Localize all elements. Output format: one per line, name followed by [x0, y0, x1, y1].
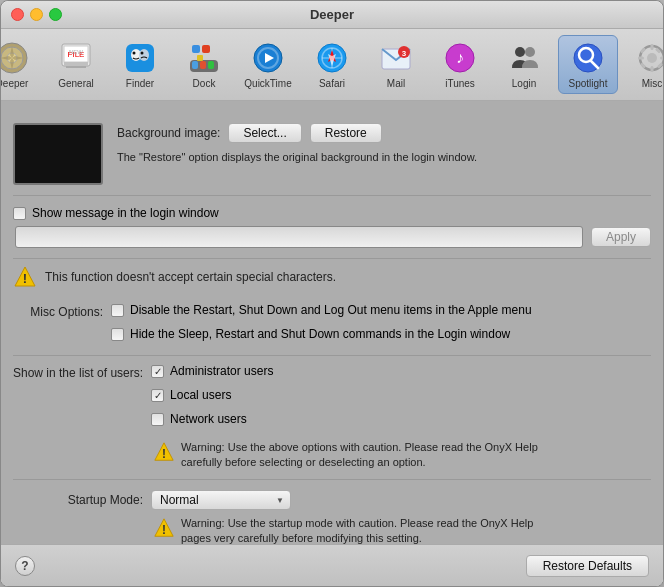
misc-option-1-checkbox[interactable] — [111, 304, 124, 317]
toolbar-misc-label: Misc — [642, 78, 663, 89]
network-users-label: Network users — [170, 412, 247, 426]
svg-rect-6 — [66, 66, 86, 68]
toolbar-dock-label: Dock — [193, 78, 216, 89]
background-preview — [13, 123, 103, 185]
login-icon — [506, 40, 542, 76]
admin-users-label: Administrator users — [170, 364, 273, 378]
svg-text:!: ! — [23, 271, 27, 286]
toolbar-itunes[interactable]: ♪ iTunes — [430, 36, 490, 93]
misc-options-section: Misc Options: Disable the Restart, Shut … — [13, 295, 651, 356]
background-note: The "Restore" option displays the origin… — [117, 151, 477, 163]
list-section: Show in the list of users: Administrator… — [13, 356, 651, 480]
startup-select-wrapper: Normal Safe Verbose Single User — [151, 490, 291, 510]
svg-rect-43 — [651, 66, 654, 72]
local-users-row: Local users — [151, 388, 538, 402]
restore-bg-button[interactable]: Restore — [310, 123, 382, 143]
quicktime-icon — [250, 40, 286, 76]
svg-rect-44 — [638, 57, 644, 60]
background-label: Background image: — [117, 126, 220, 140]
misc-option-1-row: Disable the Restart, Shut Down and Log O… — [111, 303, 532, 317]
svg-text:♪: ♪ — [456, 49, 464, 66]
toolbar-quicktime[interactable]: QuickTime — [238, 36, 298, 93]
warning-icon-1: ! — [13, 265, 37, 289]
message-section: Show message in the login window Apply — [13, 196, 651, 259]
toolbar-misc[interactable]: Misc — [622, 36, 664, 93]
svg-rect-18 — [192, 61, 198, 69]
warning-text-1: This function doesn't accept certain spe… — [45, 270, 336, 284]
network-users-checkbox[interactable] — [151, 413, 164, 426]
toolbar: Deeper FILE NEW General — [1, 29, 663, 101]
svg-text:3: 3 — [402, 49, 407, 58]
svg-point-12 — [133, 52, 136, 55]
toolbar-spotlight-label: Spotlight — [569, 78, 608, 89]
svg-point-13 — [141, 52, 144, 55]
misc-options-list: Disable the Restart, Shut Down and Log O… — [111, 303, 532, 347]
message-input[interactable] — [15, 226, 583, 248]
restore-defaults-button[interactable]: Restore Defaults — [526, 555, 649, 577]
misc-option-2-checkbox[interactable] — [111, 328, 124, 341]
toolbar-itunes-label: iTunes — [445, 78, 475, 89]
select-button[interactable]: Select... — [228, 123, 301, 143]
svg-rect-19 — [200, 61, 206, 69]
maximize-button[interactable] — [49, 8, 62, 21]
misc-option-2-label: Hide the Sleep, Restart and Shut Down co… — [130, 327, 510, 341]
list-section-row: Show in the list of users: Administrator… — [13, 364, 651, 471]
toolbar-safari[interactable]: Safari — [302, 36, 362, 93]
finder-icon — [122, 40, 158, 76]
close-button[interactable] — [11, 8, 24, 21]
toolbar-finder-label: Finder — [126, 78, 154, 89]
startup-warning-icon: ! — [153, 517, 175, 539]
svg-point-35 — [515, 47, 525, 57]
startup-label: Startup Mode: — [13, 493, 143, 507]
startup-row: Startup Mode: Normal Safe Verbose Single… — [13, 490, 651, 510]
toolbar-spotlight[interactable]: Spotlight — [558, 35, 618, 94]
svg-point-11 — [139, 49, 149, 61]
show-message-label: Show message in the login window — [32, 206, 219, 220]
misc-options-row: Misc Options: Disable the Restart, Shut … — [13, 303, 651, 347]
svg-text:!: ! — [162, 522, 166, 536]
show-message-row: Show message in the login window — [13, 206, 651, 220]
startup-mode-select[interactable]: Normal Safe Verbose Single User — [151, 490, 291, 510]
show-message-checkbox[interactable] — [13, 207, 26, 220]
admin-users-row: Administrator users — [151, 364, 538, 378]
background-controls: Background image: Select... Restore The … — [117, 123, 477, 163]
svg-rect-15 — [192, 45, 200, 53]
toolbar-login[interactable]: Login — [494, 36, 554, 93]
svg-rect-17 — [197, 55, 203, 61]
safari-icon — [314, 40, 350, 76]
general-icon: FILE NEW — [58, 40, 94, 76]
svg-rect-5 — [64, 62, 88, 66]
window-title: Deeper — [310, 7, 354, 22]
bottom-bar: ? Restore Defaults — [1, 544, 663, 586]
local-users-label: Local users — [170, 388, 231, 402]
itunes-icon: ♪ — [442, 40, 478, 76]
startup-section: Startup Mode: Normal Safe Verbose Single… — [13, 480, 651, 544]
toolbar-general[interactable]: FILE NEW General — [46, 36, 106, 93]
toolbar-general-label: General — [58, 78, 94, 89]
startup-warning-text: Warning: Use the startup mode with cauti… — [181, 516, 533, 544]
misc-icon — [634, 40, 664, 76]
network-users-row: Network users — [151, 412, 538, 426]
toolbar-quicktime-label: QuickTime — [244, 78, 291, 89]
traffic-lights — [11, 8, 62, 21]
toolbar-deeper[interactable]: Deeper — [0, 36, 42, 93]
toolbar-login-label: Login — [512, 78, 536, 89]
apply-button[interactable]: Apply — [591, 227, 651, 247]
toolbar-safari-label: Safari — [319, 78, 345, 89]
app-window: Deeper Deeper — [0, 0, 664, 587]
background-row: Background image: Select... Restore — [117, 123, 477, 143]
warning-row-1: ! This function doesn't accept certain s… — [13, 259, 651, 295]
toolbar-mail[interactable]: 3 Mail — [366, 36, 426, 93]
misc-option-2-row: Hide the Sleep, Restart and Shut Down co… — [111, 327, 532, 341]
admin-users-checkbox[interactable] — [151, 365, 164, 378]
toolbar-finder[interactable]: Finder — [110, 36, 170, 93]
minimize-button[interactable] — [30, 8, 43, 21]
toolbar-deeper-label: Deeper — [0, 78, 28, 89]
toolbar-dock[interactable]: Dock — [174, 36, 234, 93]
mail-icon: 3 — [378, 40, 414, 76]
svg-text:!: ! — [162, 447, 166, 461]
help-button[interactable]: ? — [15, 556, 35, 576]
main-content: Background image: Select... Restore The … — [1, 101, 663, 544]
local-users-checkbox[interactable] — [151, 389, 164, 402]
svg-text:NEW: NEW — [69, 49, 83, 55]
